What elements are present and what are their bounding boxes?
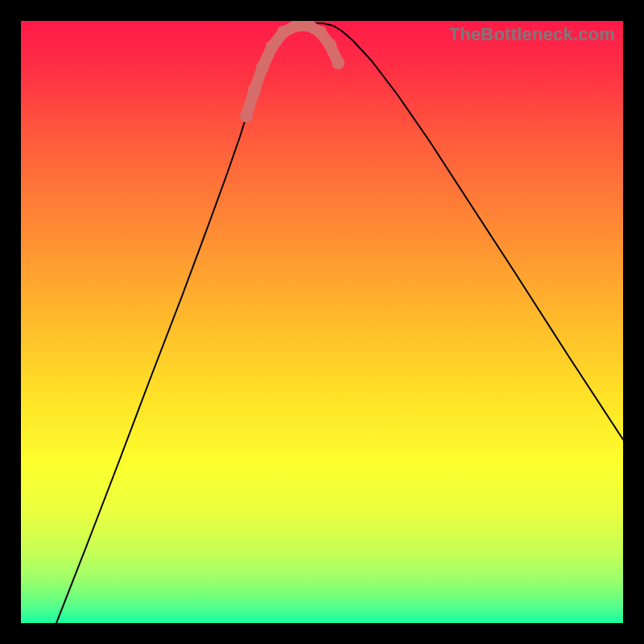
chart-plot-area: TheBottleneck.com xyxy=(21,21,623,623)
marker-point xyxy=(266,40,279,53)
marker-point xyxy=(248,84,261,97)
marker-point xyxy=(240,109,253,122)
marker-point xyxy=(256,61,269,74)
series-curve xyxy=(56,23,623,623)
marker-point xyxy=(324,39,336,52)
marker-point xyxy=(314,26,327,39)
marker-point xyxy=(277,26,290,39)
marker-point xyxy=(332,56,345,69)
chart-svg xyxy=(21,21,623,623)
